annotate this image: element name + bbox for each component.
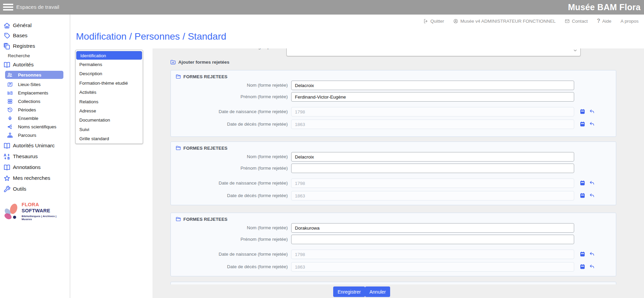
panel-title-label: FORMES REJETEES: [183, 74, 227, 79]
add-formes-rejetees-link[interactable]: Ajouter formes rejetées: [170, 59, 229, 65]
tab-adresse[interactable]: Adresse: [76, 106, 143, 115]
undo-icon[interactable]: [589, 264, 595, 270]
field-label-date-de-naissance-forme-rejetee: Date de naissance (forme rejetée): [174, 180, 288, 186]
registers-icon: [3, 43, 11, 50]
hamburger-menu-icon[interactable]: [3, 4, 13, 11]
tag-icon: [3, 32, 11, 39]
field-input-nom-forme-rejetee[interactable]: [291, 152, 574, 162]
header-link-musee-v4-administrateur-fonctionnel[interactable]: Musée v4 ADMINISTRATEUR FONCTIONNEL: [453, 19, 556, 24]
tab-suivi[interactable]: Suivi: [76, 125, 143, 134]
calendar-icon[interactable]: [580, 193, 585, 198]
folder-icon: [176, 216, 181, 222]
tab-formation-theme-etudie[interactable]: Formation-thème etudié: [76, 79, 143, 88]
sidebar-item-label: Emplacements: [18, 90, 48, 95]
field-input-date-de-naissance-forme-rejetee: [291, 178, 574, 188]
tab-description[interactable]: Description: [76, 69, 143, 78]
sidebar-item-registres[interactable]: Registres: [0, 42, 70, 50]
translate-icon: AB: [3, 153, 11, 160]
field-label-date-de-deces-forme-rejetee: Date de décés (forme rejetée): [174, 264, 288, 269]
sidebar-item-collections[interactable]: Collections: [0, 97, 70, 106]
undo-icon[interactable]: [589, 193, 595, 198]
sidebar-item-label: Outils: [13, 186, 26, 192]
sidebar-item-periodes[interactable]: Périodes: [0, 105, 70, 114]
field-label-date-de-naissance-forme-rejetee: Date de naissance (forme rejetée): [174, 252, 288, 257]
header-link-contact[interactable]: Contact: [565, 19, 588, 24]
undo-icon[interactable]: [589, 121, 595, 127]
formes-rejetees-panel: FORMES REJETEESNom (forme rejetée)Prénom…: [170, 70, 616, 137]
cancel-button[interactable]: Annuler: [365, 286, 390, 297]
formes-rejetees-panel: FORMES REJETEESNom (forme rejetée)Prénom…: [170, 213, 616, 276]
book-icon: [3, 142, 11, 149]
logout-icon: [423, 19, 428, 24]
sidebar-item-thesaurus[interactable]: ABThesaurus: [0, 152, 70, 161]
tab-grille-standard[interactable]: Grille standard: [76, 134, 143, 143]
svg-text:B: B: [7, 156, 9, 160]
sidebar-item-label: Noms scientifiques: [18, 124, 56, 129]
sidebar-item-label: Registres: [13, 43, 35, 49]
tab-permaliens[interactable]: Permaliens: [76, 60, 143, 69]
panel-title: FORMES REJETEES: [176, 74, 227, 79]
save-button[interactable]: Enregistrer: [333, 286, 365, 297]
footer-bar: [153, 284, 644, 298]
field-input-date-de-naissance-forme-rejetee: [291, 250, 574, 259]
sidebar-item-autorites-unimarc[interactable]: Autorités Unimarc: [0, 141, 70, 150]
header-link-a-propos[interactable]: A propos: [621, 19, 639, 24]
field-label-date-de-naissance-forme-rejetee: Date de naissance (forme rejetée): [174, 109, 288, 114]
sidebar-item-general[interactable]: Général: [0, 21, 70, 30]
regroupement-select[interactable]: [286, 48, 581, 56]
header-link-label: Contact: [572, 19, 588, 24]
sidebar-item-noms-scientifiques[interactable]: Noms scientifiques: [0, 122, 70, 131]
sidebar-item-label: Autorités Unimarc: [13, 143, 55, 149]
sidebar-item-outils[interactable]: Outils: [0, 185, 70, 193]
sidebar-item-lieux-sites[interactable]: Lieux-Sites: [0, 80, 70, 89]
sidebar-item-personnes[interactable]: Personnes: [5, 71, 63, 79]
tab-activites[interactable]: Activités: [76, 88, 143, 97]
field-input-nom-forme-rejetee[interactable]: [291, 223, 574, 233]
sidebar-item-label: Recherche: [8, 53, 30, 58]
folder-icon: [176, 145, 181, 151]
star-icon: [3, 175, 11, 182]
logo-tagline: Bibliothèques | Archives | Musées: [22, 215, 67, 221]
sidebar-item-ensemble[interactable]: Ensemble: [0, 114, 70, 123]
calendar-icon[interactable]: [580, 180, 585, 186]
undo-icon[interactable]: [589, 109, 595, 114]
tab-identification[interactable]: Identification: [76, 51, 142, 60]
field-label-nom-forme-rejetee: Nom (forme rejetée): [174, 154, 288, 159]
molecule-icon: [7, 124, 13, 130]
header-link-quitter[interactable]: Quitter: [423, 19, 444, 24]
sidebar-item-bases[interactable]: Bases: [0, 31, 70, 40]
calendar-icon[interactable]: [580, 251, 585, 257]
formes-rejetees-panel-partial: [170, 282, 616, 284]
header-link-label: Musée v4 ADMINISTRATEUR FONCTIONNEL: [460, 19, 556, 24]
mail-icon: [565, 19, 570, 24]
user-icon: [453, 19, 458, 24]
tab-relations[interactable]: Relations: [76, 97, 143, 106]
field-input-prenom-forme-rejetee[interactable]: [291, 92, 574, 102]
calendar-icon[interactable]: [580, 264, 585, 270]
sidebar-item-autorites[interactable]: Autorités: [0, 60, 70, 69]
header-link-aide[interactable]: ?Aide: [597, 18, 611, 24]
field-input-prenom-forme-rejetee[interactable]: [291, 164, 574, 173]
sidebar-item-mes-recherches[interactable]: Mes recherches: [0, 174, 70, 183]
sidebar-item-emplacements[interactable]: Emplacements: [0, 88, 70, 97]
panel-title-label: FORMES REJETEES: [183, 146, 227, 151]
calendar-icon[interactable]: [580, 121, 585, 127]
tab-documentation[interactable]: Documentation: [76, 115, 143, 125]
sidebar-item-label: Ensemble: [18, 116, 38, 121]
sidebar-item-annotations[interactable]: Annotations: [0, 163, 70, 172]
undo-icon[interactable]: [589, 180, 595, 186]
field-input-prenom-forme-rejetee[interactable]: [291, 235, 574, 244]
sidebar-item-label: Bases: [13, 33, 27, 39]
header-link-label: A propos: [621, 19, 639, 24]
field-label-date-de-deces-forme-rejetee: Date de décés (forme rejetée): [174, 122, 288, 127]
panel-title-label: FORMES REJETEES: [183, 217, 227, 222]
field-input-date-de-deces-forme-rejetee: [291, 191, 574, 200]
sidebar-item-parcours[interactable]: Parcours: [0, 131, 70, 140]
field-input-nom-forme-rejetee[interactable]: [291, 81, 574, 90]
undo-icon[interactable]: [589, 251, 595, 257]
sidebar-item-recherche[interactable]: Recherche: [0, 51, 70, 60]
field-label-prenom-forme-rejetee: Prénom (forme rejetée): [174, 94, 288, 99]
sidebar-item-label: Personnes: [18, 72, 41, 78]
question-icon: ?: [597, 18, 600, 24]
calendar-icon[interactable]: [580, 109, 585, 114]
